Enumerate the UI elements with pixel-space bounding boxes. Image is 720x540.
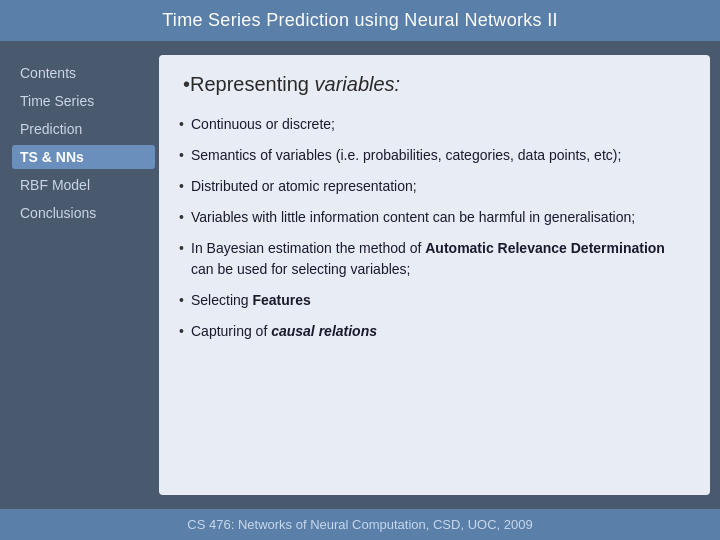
bullet-5-prefix: In Bayesian estimation the method of	[191, 240, 425, 256]
footer-text: CS 476: Networks of Neural Computation, …	[187, 517, 532, 532]
bullet-item-1: Continuous or discrete;	[183, 114, 686, 135]
bullet-6-bold: Features	[252, 292, 310, 308]
bullet-2-text: Semantics of variables (i.e. probabiliti…	[191, 147, 621, 163]
bullet-item-7: Capturing of causal relations	[183, 321, 686, 342]
main-content: ContentsTime SeriesPredictionTS & NNsRBF…	[0, 41, 720, 509]
bullet-item-4: Variables with little information conten…	[183, 207, 686, 228]
sidebar-item-conclusions[interactable]: Conclusions	[12, 201, 155, 225]
main-heading: •Representing variables:	[183, 73, 686, 96]
title-text: Time Series Prediction using Neural Netw…	[162, 10, 558, 30]
heading-bullet: •	[183, 73, 190, 95]
bullet-6-prefix: Selecting	[191, 292, 252, 308]
sidebar-item-ts-nns[interactable]: TS & NNs	[12, 145, 155, 169]
title-bar: Time Series Prediction using Neural Netw…	[0, 0, 720, 41]
sidebar-item-timeseries[interactable]: Time Series	[12, 89, 155, 113]
heading-text-normal: Representing	[190, 73, 315, 95]
sidebar-item-rbf-model[interactable]: RBF Model	[12, 173, 155, 197]
bullet-item-3: Distributed or atomic representation;	[183, 176, 686, 197]
bullet-7-prefix: Capturing of	[191, 323, 271, 339]
bullet-3-text: Distributed or atomic representation;	[191, 178, 417, 194]
bullet-1-text: Continuous or discrete;	[191, 116, 335, 132]
heading-text-italic: variables:	[315, 73, 401, 95]
bullet-5-bold: Automatic Relevance Determination	[425, 240, 665, 256]
bullet-item-5: In Bayesian estimation the method of Aut…	[183, 238, 686, 280]
bullet-4-text: Variables with little information conten…	[191, 209, 635, 225]
sidebar-item-contents[interactable]: Contents	[12, 61, 155, 85]
bullet-item-6: Selecting Features	[183, 290, 686, 311]
bullet-7-italic-bold: causal relations	[271, 323, 377, 339]
footer: CS 476: Networks of Neural Computation, …	[0, 509, 720, 540]
bullet-item-2: Semantics of variables (i.e. probabiliti…	[183, 145, 686, 166]
content-area: •Representing variables: Continuous or d…	[159, 55, 710, 495]
bullet-5-suffix: can be used for selecting variables;	[191, 261, 410, 277]
sidebar-item-prediction[interactable]: Prediction	[12, 117, 155, 141]
sidebar: ContentsTime SeriesPredictionTS & NNsRBF…	[0, 51, 155, 499]
